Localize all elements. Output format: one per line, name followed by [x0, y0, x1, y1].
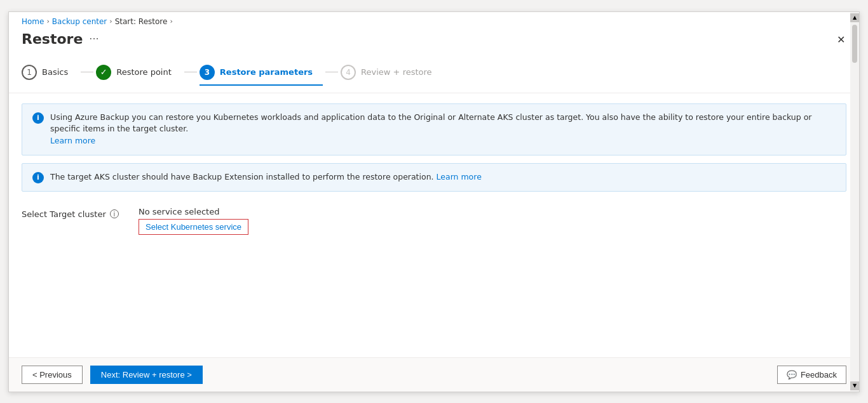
info-box-1-learn-more[interactable]: Learn more — [50, 136, 95, 145]
step-restore-point-label: Restore point — [116, 67, 172, 77]
page-title: Restore — [22, 31, 83, 47]
step-review-restore-label: Review + restore — [361, 67, 431, 77]
step-basics-label: Basics — [42, 67, 68, 77]
info-icon-2: i — [32, 172, 44, 183]
select-kubernetes-service-button[interactable]: Select Kubernetes service — [139, 219, 248, 235]
step-basics-circle: 1 — [22, 65, 37, 80]
info-box-1: i Using Azure Backup you can restore you… — [22, 103, 846, 155]
modal: Home › Backup center › Start: Restore › … — [8, 11, 860, 392]
breadcrumb-start-restore: Start: Restore — [115, 17, 168, 26]
main-content: i Using Azure Backup you can restore you… — [9, 93, 859, 357]
close-button[interactable]: ✕ — [833, 31, 849, 48]
previous-button[interactable]: < Previous — [22, 366, 83, 384]
breadcrumb-sep-3: › — [170, 17, 172, 25]
info-box-2-learn-more[interactable]: Learn more — [437, 172, 482, 182]
step-review-restore-circle: 4 — [341, 65, 356, 80]
info-box-2: i The target AKS cluster should have Bac… — [22, 163, 846, 192]
info-icon-1: i — [32, 112, 44, 124]
scrollbar-up-button[interactable]: ▲ — [850, 13, 859, 22]
scrollbar: ▲ ▼ — [850, 12, 859, 392]
step-restore-parameters[interactable]: 3 Restore parameters — [200, 60, 323, 85]
header: Restore ··· ✕ — [9, 29, 859, 52]
steps-bar: 1 Basics Restore point 3 Restore paramet… — [9, 52, 859, 93]
step-basics[interactable]: 1 Basics — [22, 60, 78, 85]
breadcrumb-sep-1: › — [46, 17, 49, 25]
feedback-label: Feedback — [801, 370, 837, 380]
step-restore-parameters-circle: 3 — [200, 65, 215, 80]
info-text-1: Using Azure Backup you can restore you K… — [50, 112, 836, 147]
step-active-indicator — [200, 84, 323, 86]
breadcrumb: Home › Backup center › Start: Restore › — [9, 12, 859, 29]
step-sep-1 — [81, 72, 93, 72]
step-review-restore[interactable]: 4 Review + restore — [341, 60, 442, 85]
field-row-target-cluster: Select Target cluster i No service selec… — [22, 199, 846, 242]
next-button[interactable]: Next: Review + restore > — [90, 366, 203, 384]
step-sep-3 — [325, 72, 338, 72]
breadcrumb-sep-2: › — [109, 17, 112, 25]
page-container: Home › Backup center › Start: Restore › … — [0, 0, 868, 403]
step-restore-point-circle — [96, 65, 111, 80]
target-cluster-info-icon[interactable]: i — [110, 209, 119, 218]
info-text-2: The target AKS cluster should have Backu… — [50, 171, 482, 183]
scrollbar-down-button[interactable]: ▼ — [850, 381, 859, 390]
scrollbar-thumb[interactable] — [852, 25, 857, 63]
step-sep-2 — [184, 72, 197, 72]
step-restore-parameters-label: Restore parameters — [220, 67, 313, 77]
step-restore-point[interactable]: Restore point — [96, 60, 182, 85]
feedback-icon: 💬 — [787, 370, 797, 380]
ellipsis-menu[interactable]: ··· — [89, 33, 98, 45]
footer: < Previous Next: Review + restore > 💬 Fe… — [9, 357, 859, 392]
no-service-label: No service selected — [139, 207, 248, 216]
breadcrumb-home[interactable]: Home — [22, 17, 44, 26]
breadcrumb-backup-center[interactable]: Backup center — [52, 17, 107, 26]
field-label-target-cluster: Select Target cluster i — [22, 207, 123, 219]
field-label-text: Select Target cluster — [22, 209, 106, 219]
field-value-target-cluster: No service selected Select Kubernetes se… — [139, 207, 248, 235]
feedback-button[interactable]: 💬 Feedback — [777, 366, 846, 384]
